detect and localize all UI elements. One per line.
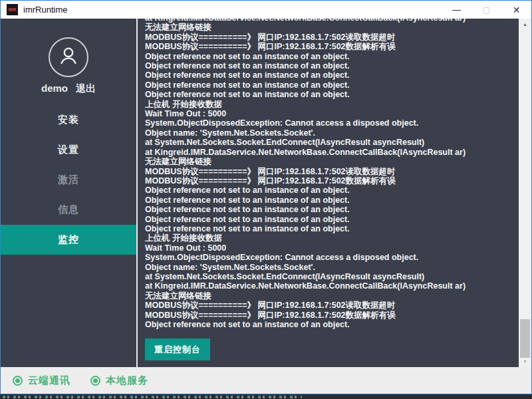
user-line: demo 退出 <box>41 82 96 95</box>
close-button[interactable]: ✕ <box>501 1 531 19</box>
status-dot-icon <box>13 376 23 386</box>
log-line: MODBUS协议==========》 网口IP:192.168.1.7:502… <box>145 301 519 310</box>
log-line: 无法建立网络链接 <box>145 157 519 166</box>
scrollbar-thumb[interactable] <box>520 319 530 358</box>
scrollbar-up-icon[interactable]: ▲ <box>519 19 531 30</box>
log-line: at Kingreid.IMR.DataService.Net.NetworkB… <box>145 148 519 157</box>
sidebar-item-settings[interactable]: 设置 <box>1 135 136 165</box>
caption-buttons: — ▢ ✕ <box>442 1 531 19</box>
sidebar-item-monitor[interactable]: 监控 <box>1 225 136 255</box>
sidebar-item-info[interactable]: 信息 <box>1 195 136 225</box>
log-line: Object name: 'System.Net.Sockets.Socket'… <box>145 263 519 272</box>
status-dot-icon <box>90 376 100 386</box>
log-line: Object reference not set to an instance … <box>145 52 519 61</box>
log-line: MODBUS协议==========》 网口IP:192.168.1.7:502… <box>145 33 519 42</box>
status-label: 本地服务 <box>106 374 148 387</box>
log-line: Object reference not set to an instance … <box>145 90 519 99</box>
sidebar-item-activate[interactable]: 激活 <box>1 165 136 195</box>
log-line: 无法建立网络链接 <box>145 291 519 301</box>
log-line: Object reference not set to an instance … <box>145 70 519 80</box>
log-line: Object reference not set to an instance … <box>145 205 519 214</box>
log-line: Object reference not set to an instance … <box>145 196 519 205</box>
statusbar: 云端通讯本地服务 <box>1 367 531 394</box>
avatar <box>49 37 88 77</box>
log-line: Object reference not set to an instance … <box>145 215 519 224</box>
log-line: 无法建立网络链接 <box>145 23 519 32</box>
log-line: MODBUS协议==========》 网口IP:192.168.1.7:502… <box>145 311 519 320</box>
log-line: Object reference not set to an instance … <box>145 320 519 329</box>
log-line: Wait Time Out : 5000 <box>145 243 519 253</box>
status-local-service: 本地服务 <box>90 374 148 387</box>
log-line: at System.Net.Sockets.Socket.EndConnect(… <box>145 138 519 147</box>
log-output: at Kingreid.IMR.DataService.Net.NetworkB… <box>138 19 519 329</box>
minimize-button[interactable]: — <box>442 1 471 19</box>
status-label: 云端通讯 <box>28 374 70 387</box>
log-line: Object reference not set to an instance … <box>145 80 519 90</box>
log-pane: at Kingreid.IMR.DataService.Net.NetworkB… <box>138 19 519 367</box>
log-line: Object name: 'System.Net.Sockets.Socket'… <box>145 128 519 138</box>
log-line: System.ObjectDisposedException: Cannot a… <box>145 118 519 128</box>
log-line: 上位机 开始接收数据 <box>145 233 519 243</box>
log-line: Object reference not set to an instance … <box>145 61 519 70</box>
background-window-strip <box>0 394 532 399</box>
log-line: MODBUS协议==========》 网口IP:192.168.1.7:502… <box>145 42 519 51</box>
log-line: at Kingreid.IMR.DataService.Net.NetworkB… <box>145 281 519 291</box>
log-line: Wait Time Out : 5000 <box>145 109 519 118</box>
logout-button[interactable]: 退出 <box>76 82 96 95</box>
log-line: System.ObjectDisposedException: Cannot a… <box>145 253 519 262</box>
log-line: MODBUS协议==========》 网口IP:192.168.1.7:502… <box>145 176 519 186</box>
scrollbar-down-icon[interactable]: ▼ <box>519 356 531 367</box>
username: demo <box>41 82 68 95</box>
app-window: IMR imrRuntime — ▢ ✕ demo 退出 安装设置激活信息监控 <box>0 0 532 394</box>
status-cloud-comm: 云端通讯 <box>13 374 70 387</box>
log-line: Object reference not set to an instance … <box>145 186 519 195</box>
sidebar-item-install[interactable]: 安装 <box>1 105 136 135</box>
log-line: MODBUS协议==========》 网口IP:192.168.1.7:502… <box>145 167 519 176</box>
log-line: Object reference not set to an instance … <box>145 224 519 233</box>
maximize-button: ▢ <box>471 1 501 19</box>
vertical-scrollbar[interactable]: ▲ ▼ <box>519 19 531 367</box>
restart-console-button[interactable]: 重启控制台 <box>145 338 210 360</box>
sidebar: demo 退出 安装设置激活信息监控 <box>1 19 136 367</box>
app-icon: IMR <box>7 4 18 15</box>
titlebar[interactable]: IMR imrRuntime — ▢ ✕ <box>1 1 531 19</box>
window-title: imrRuntime <box>23 5 67 15</box>
log-line: at System.Net.Sockets.Socket.EndConnect(… <box>145 272 519 281</box>
person-icon <box>57 44 80 70</box>
log-line: 上位机 开始接收数据 <box>145 100 519 109</box>
sidebar-nav: 安装设置激活信息监控 <box>1 105 136 255</box>
main-area: demo 退出 安装设置激活信息监控 at Kingreid.IMR.DataS… <box>1 19 531 367</box>
